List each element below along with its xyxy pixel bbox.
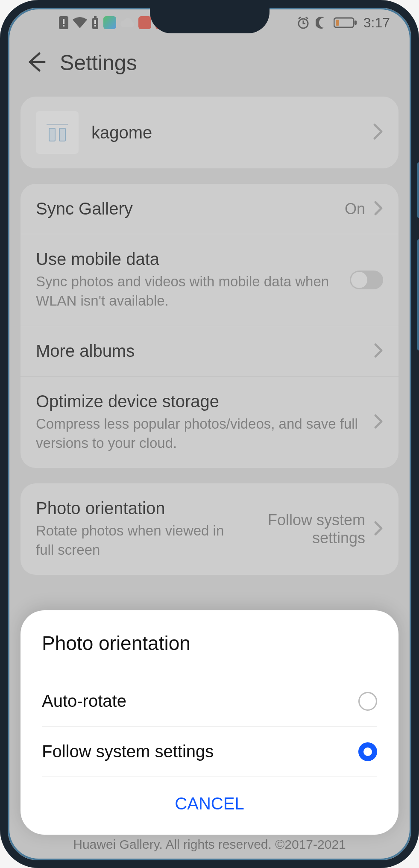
row-title: Photo orientation <box>36 499 246 518</box>
row-subtitle: Sync photos and videos with mobile data … <box>36 272 341 310</box>
page-title: Settings <box>60 50 137 75</box>
alarm-icon <box>297 16 310 29</box>
radio-selected-icon <box>358 742 377 761</box>
profile-row[interactable]: kagome <box>21 97 398 168</box>
row-value: On <box>345 200 365 218</box>
sheet-title: Photo orientation <box>42 632 377 655</box>
profile-name: kagome <box>91 123 360 142</box>
row-title: Optimize device storage <box>36 392 365 411</box>
row-subtitle: Rotate photos when viewed in full screen <box>36 521 246 559</box>
battery-low-icon <box>334 17 357 29</box>
chevron-right-icon <box>374 343 383 360</box>
row-title: Use mobile data <box>36 250 341 269</box>
wifi-icon <box>73 17 87 28</box>
sim-alert-icon <box>59 16 68 29</box>
row-value: Follow system settings <box>254 511 365 547</box>
chevron-right-icon <box>374 200 383 218</box>
option-follow-system[interactable]: Follow system settings <box>42 727 377 777</box>
option-auto-rotate[interactable]: Auto-rotate <box>42 676 377 727</box>
content: kagome Sync Gallery On Use mobile data S… <box>8 97 411 575</box>
row-title: Sync Gallery <box>36 199 336 218</box>
cloud-icon <box>120 18 134 27</box>
option-label: Follow system settings <box>42 742 214 761</box>
photo-orientation-row[interactable]: Photo orientation Rotate photos when vie… <box>21 483 398 575</box>
footer-copyright: Huawei Gallery. All rights reserved. ©20… <box>8 837 411 852</box>
mobile-data-row[interactable]: Use mobile data Sync photos and videos w… <box>21 234 398 326</box>
battery-alert-icon <box>91 16 99 29</box>
sync-card: Sync Gallery On Use mobile data Sync pho… <box>21 184 398 468</box>
chevron-right-icon <box>373 123 383 142</box>
moon-icon <box>316 17 328 29</box>
cancel-button[interactable]: CANCEL <box>42 777 377 826</box>
row-title: More albums <box>36 341 365 361</box>
photo-orientation-sheet: Photo orientation Auto-rotate Follow sys… <box>21 610 398 835</box>
svg-rect-6 <box>94 25 96 26</box>
orientation-card: Photo orientation Rotate photos when vie… <box>21 483 398 575</box>
side-button <box>417 239 419 350</box>
chevron-right-icon <box>374 521 383 538</box>
radio-unselected-icon <box>358 692 377 711</box>
side-button <box>417 162 419 218</box>
page-header: Settings <box>8 38 411 97</box>
svg-rect-4 <box>94 16 97 18</box>
screen: 3:17 Settings kagome Sync Gallery <box>8 8 411 860</box>
app-icon <box>103 16 116 29</box>
svg-rect-1 <box>63 19 64 24</box>
back-icon[interactable] <box>25 51 47 75</box>
svg-rect-10 <box>336 20 339 26</box>
chevron-right-icon <box>374 414 383 431</box>
svg-rect-5 <box>94 20 96 24</box>
svg-rect-2 <box>63 25 64 26</box>
profile-card: kagome <box>21 97 398 168</box>
mobile-data-toggle[interactable] <box>350 271 383 289</box>
app-icon <box>138 16 151 29</box>
sync-gallery-row[interactable]: Sync Gallery On <box>21 184 398 234</box>
status-time: 3:17 <box>363 15 390 31</box>
optimize-storage-row[interactable]: Optimize device storage Compress less po… <box>21 376 398 468</box>
row-subtitle: Compress less popular photos/videos, and… <box>36 415 365 453</box>
phone-notch <box>150 8 270 33</box>
status-right: 3:17 <box>297 15 390 31</box>
option-label: Auto-rotate <box>42 691 126 711</box>
profile-thumbnail <box>36 111 79 154</box>
svg-rect-9 <box>355 21 357 25</box>
more-albums-row[interactable]: More albums <box>21 326 398 376</box>
